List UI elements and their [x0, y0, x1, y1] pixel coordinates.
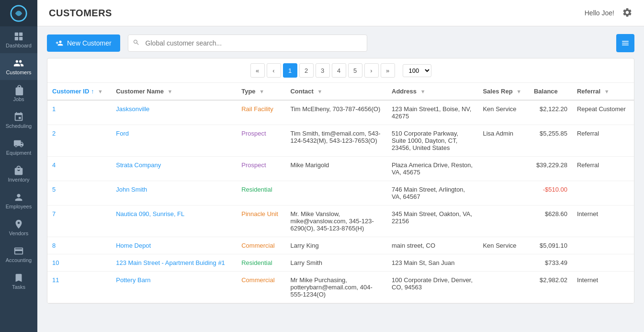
cell-sales-rep: Lisa Admin	[478, 125, 529, 157]
menu-button[interactable]	[616, 34, 634, 52]
svg-rect-2	[19, 33, 23, 36]
filter-contact-icon[interactable]: ▼	[317, 89, 322, 94]
page-next-button[interactable]: ›	[364, 63, 379, 78]
col-header-customer-id[interactable]: Customer ID ↑ ▼	[47, 83, 111, 100]
cell-balance: $628.60	[529, 206, 572, 237]
cell-type: Pinnacle Unit	[237, 206, 285, 237]
cell-customer-id[interactable]: 5	[47, 181, 111, 206]
sidebar-item-label: Equipment	[6, 150, 32, 156]
cell-customer-id[interactable]: 8	[47, 237, 111, 254]
cell-balance: $2,982.02	[529, 272, 572, 303]
table-body: 1JasksonvilleRail FacilityTim McElheny, …	[47, 100, 634, 303]
page-last-button[interactable]: »	[381, 63, 395, 78]
filter-address-icon[interactable]: ▼	[420, 89, 426, 94]
sidebar-item-label: Accounting	[6, 257, 32, 263]
svg-rect-4	[19, 37, 23, 40]
cell-sales-rep: Ken Service	[478, 237, 529, 254]
cell-referral: Referral	[572, 157, 634, 181]
sidebar-item-jobs[interactable]: Jobs	[0, 80, 37, 107]
cell-customer-id[interactable]: 1	[47, 100, 111, 125]
col-header-customer-name[interactable]: Customer Name ▼	[111, 83, 237, 100]
cell-address: 746 Main Street, Arlington, VA, 64567	[387, 181, 478, 206]
cell-contact: Larry King	[285, 237, 387, 254]
cell-address: 345 Main Street, Oakton, VA, 22156	[387, 206, 478, 237]
filter-type-icon[interactable]: ▼	[259, 89, 264, 94]
filter-referral-icon[interactable]: ▼	[604, 89, 610, 94]
table-row: 2FordProspectTim Smith, tim@email.com, 5…	[47, 125, 634, 157]
global-search-input[interactable]	[128, 34, 367, 52]
cell-customer-name[interactable]: Strata Company	[111, 157, 237, 181]
sidebar-item-label: Jobs	[13, 96, 24, 102]
cell-customer-name[interactable]: Ford	[111, 125, 237, 157]
cell-customer-name[interactable]: Home Depot	[111, 237, 237, 254]
filter-customer-name-icon[interactable]: ▼	[168, 89, 173, 94]
table-row: 8Home DepotCommercialLarry Kingmain stre…	[47, 237, 634, 254]
cell-customer-id[interactable]: 2	[47, 125, 111, 157]
sidebar-item-equipment[interactable]: Equipment	[0, 134, 37, 160]
cell-referral	[572, 237, 634, 254]
cell-referral: Internet	[572, 272, 634, 303]
cell-balance: $733.49	[529, 254, 572, 272]
table-row: 11Pottery BarnCommercialMr Mike Purchasi…	[47, 272, 634, 303]
sidebar-item-tasks[interactable]: Tasks	[0, 268, 37, 295]
col-header-sales-rep[interactable]: Sales Rep ▼	[478, 83, 529, 100]
cell-balance: $5,091.10	[529, 237, 572, 254]
sidebar-item-label: Scheduling	[6, 123, 32, 129]
person-add-icon	[56, 39, 63, 47]
menu-icon	[621, 39, 630, 47]
new-customer-button[interactable]: New Customer	[47, 34, 120, 52]
page-title: CUSTOMERS	[49, 8, 112, 19]
sidebar-item-vendors[interactable]: Vendors	[0, 214, 37, 241]
cell-customer-name[interactable]: Pottery Barn	[111, 272, 237, 303]
content-area: New Customer « ‹ 1 2 3 4 5	[37, 26, 644, 332]
sidebar-item-label: Inventory	[8, 177, 29, 183]
cell-type: Commercial	[237, 237, 285, 254]
cell-contact	[285, 181, 387, 206]
cell-address: 123 Main Street1, Boise, NV, 42675	[387, 100, 478, 125]
sidebar-item-scheduling[interactable]: Scheduling	[0, 107, 37, 134]
col-header-referral[interactable]: Referral ▼	[572, 83, 634, 100]
cell-balance: $39,229.28	[529, 157, 572, 181]
cell-customer-name[interactable]: Jasksonville	[111, 100, 237, 125]
cell-sales-rep	[478, 272, 529, 303]
sidebar-item-accounting[interactable]: Accounting	[0, 241, 37, 268]
filter-customer-id-icon[interactable]: ▼	[98, 89, 103, 94]
col-header-address[interactable]: Address ▼	[387, 83, 478, 100]
filter-sales-rep-icon[interactable]: ▼	[516, 89, 521, 94]
cell-balance: $5,255.85	[529, 125, 572, 157]
page-2-button[interactable]: 2	[299, 63, 314, 78]
cell-referral	[572, 254, 634, 272]
cell-referral	[572, 181, 634, 206]
sidebar: Dashboard Customers Jobs Scheduling Equi…	[0, 0, 37, 332]
sidebar-item-dashboard[interactable]: Dashboard	[0, 26, 37, 53]
col-header-balance: Balance	[529, 83, 572, 100]
cell-customer-name[interactable]: John Smith	[111, 181, 237, 206]
cell-customer-id[interactable]: 10	[47, 254, 111, 272]
col-header-type[interactable]: Type ▼	[237, 83, 285, 100]
cell-customer-id[interactable]: 11	[47, 272, 111, 303]
cell-balance: $2,122.20	[529, 100, 572, 125]
cell-referral: Repeat Customer	[572, 100, 634, 125]
page-3-button[interactable]: 3	[316, 63, 330, 78]
page-first-button[interactable]: «	[250, 63, 265, 78]
cell-customer-id[interactable]: 4	[47, 157, 111, 181]
per-page-select[interactable]: 25 50 100 200	[403, 64, 431, 77]
settings-icon[interactable]	[622, 7, 633, 19]
cell-customer-name[interactable]: 123 Main Street - Apartment Buiding #1	[111, 254, 237, 272]
cell-sales-rep	[478, 206, 529, 237]
cell-type: Residential	[237, 181, 285, 206]
cell-type: Prospect	[237, 157, 285, 181]
cell-customer-id[interactable]: 7	[47, 206, 111, 237]
page-5-button[interactable]: 5	[348, 63, 362, 78]
page-prev-button[interactable]: ‹	[267, 63, 281, 78]
page-4-button[interactable]: 4	[332, 63, 346, 78]
page-1-button[interactable]: 1	[283, 63, 297, 78]
col-header-contact[interactable]: Contact ▼	[285, 83, 387, 100]
sidebar-item-label: Dashboard	[6, 43, 32, 48]
sidebar-item-employees[interactable]: Employees	[0, 187, 37, 214]
sidebar-item-inventory[interactable]: Inventory	[0, 160, 37, 187]
sidebar-item-customers[interactable]: Customers	[0, 53, 37, 80]
cell-customer-name[interactable]: Nautica 090, Sunrise, FL	[111, 206, 237, 237]
cell-type: Prospect	[237, 125, 285, 157]
svg-rect-1	[15, 33, 18, 36]
